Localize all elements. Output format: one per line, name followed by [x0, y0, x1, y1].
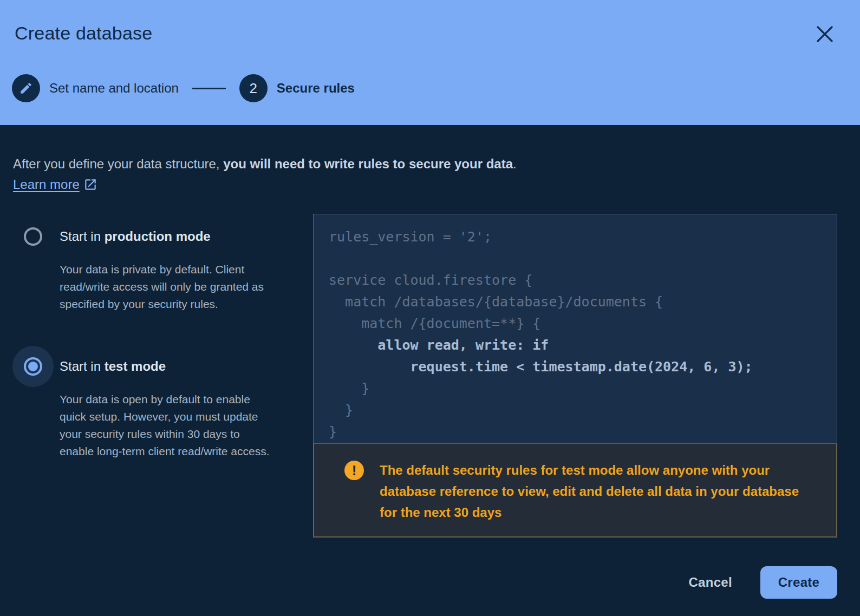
step-secure-rules[interactable]: 2 Secure rules	[239, 74, 355, 102]
close-button[interactable]	[815, 24, 835, 44]
option-description: Your data is private by default. Client …	[60, 261, 276, 313]
option-test-mode[interactable]: Start in test mode Your data is open by …	[13, 353, 305, 460]
dialog-header: Create database Set name and location 2	[0, 0, 860, 125]
step-indicator: Set name and location 2 Secure rules	[12, 74, 355, 102]
pencil-icon	[12, 74, 40, 102]
option-description: Your data is open by default to enable q…	[60, 391, 276, 460]
radio-test-mode[interactable]	[24, 357, 42, 376]
option-body: Start in test mode Your data is open by …	[60, 353, 305, 460]
close-icon	[815, 24, 835, 44]
learn-more-label: Learn more	[13, 177, 80, 192]
radio-production-mode[interactable]	[24, 227, 42, 246]
rules-editor-panel: rules_version = '2'; service cloud.fires…	[313, 214, 837, 538]
code-line: match /databases/{database}/documents {	[329, 291, 822, 313]
step-connector	[192, 88, 226, 89]
code-line: }	[329, 399, 822, 421]
option-title-bold: test mode	[105, 359, 166, 373]
step-number: 2	[250, 80, 257, 97]
page-title: Create database	[15, 23, 152, 44]
cancel-button[interactable]: Cancel	[675, 567, 745, 598]
code-line: service cloud.firestore {	[329, 270, 822, 291]
exclamation-icon: !	[344, 461, 364, 480]
option-title-regular: Start in	[60, 359, 105, 373]
code-line: }	[329, 378, 822, 399]
step-number-badge: 2	[239, 74, 268, 102]
option-title: Start in test mode	[60, 353, 305, 376]
intro-text: After you define your data structure, yo…	[13, 155, 517, 173]
code-line-editable: request.time < timestamp.date(2024, 6, 3…	[329, 356, 822, 378]
step-set-name-and-location[interactable]: Set name and location	[12, 74, 179, 102]
step-label: Set name and location	[49, 81, 179, 96]
rules-code-editor[interactable]: rules_version = '2'; service cloud.fires…	[314, 214, 837, 443]
open-in-new-icon	[83, 178, 97, 192]
option-title-regular: Start in	[60, 229, 105, 244]
code-line: rules_version = '2';	[329, 226, 822, 248]
create-button[interactable]: Create	[760, 566, 837, 599]
option-title: Start in production mode	[60, 223, 305, 246]
option-body: Start in production mode Your data is pr…	[60, 223, 305, 313]
step-label: Secure rules	[277, 81, 355, 96]
create-database-dialog: Create database Set name and location 2	[0, 0, 860, 616]
code-line	[329, 248, 822, 270]
option-title-bold: production mode	[105, 229, 211, 244]
intro-text-period: .	[513, 156, 517, 171]
code-line: }	[329, 421, 822, 443]
intro-text-bold: you will need to write rules to secure y…	[223, 156, 513, 171]
dialog-footer: Cancel Create	[675, 566, 837, 599]
code-line: match /{document=**} {	[329, 313, 822, 335]
test-mode-warning: ! The default security rules for test mo…	[314, 443, 837, 537]
code-line-editable: allow read, write: if	[329, 335, 822, 356]
radio-wrap	[13, 223, 60, 250]
radio-wrap	[13, 353, 60, 380]
warning-text: The default security rules for test mode…	[380, 460, 807, 523]
learn-more-link[interactable]: Learn more	[13, 177, 97, 192]
option-production-mode[interactable]: Start in production mode Your data is pr…	[13, 223, 305, 313]
intro-text-regular: After you define your data structure,	[13, 156, 223, 171]
